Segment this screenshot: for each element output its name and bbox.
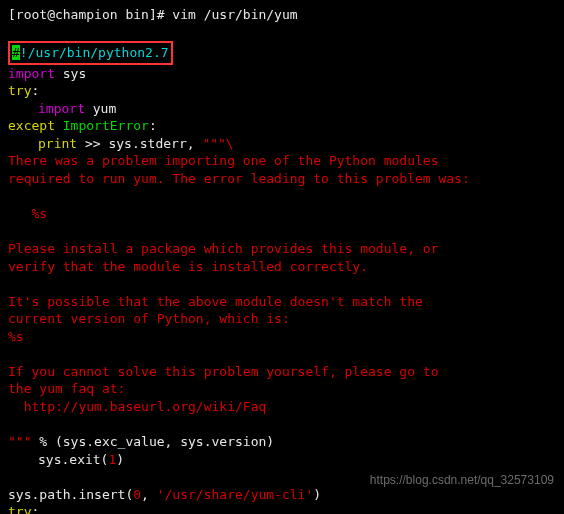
code-line: import yum [8,100,556,118]
code-line: sys.exit(1) [8,451,556,469]
cursor-char: # [12,45,20,60]
shell-prompt-line: [root@champion bin]# vim /usr/bin/yum [8,6,556,24]
error-text: the yum faq at: [8,380,556,398]
shebang-line: #!/usr/bin/python2.7 [8,41,556,65]
code-line: try: [8,82,556,100]
error-text: %s [8,205,556,223]
error-text: If you cannot solve this problem yoursel… [8,363,556,381]
error-text: %s [8,328,556,346]
code-line: except ImportError: [8,117,556,135]
error-text: required to run yum. The error leading t… [8,170,556,188]
error-text: Please install a package which provides … [8,240,556,258]
error-text: current version of Python, which is: [8,310,556,328]
error-text: There was a problem importing one of the… [8,152,556,170]
error-text: http://yum.baseurl.org/wiki/Faq [8,398,556,416]
error-text: verify that the module is installed corr… [8,258,556,276]
error-text: It's possible that the above module does… [8,293,556,311]
terminal-screen[interactable]: [root@champion bin]# vim /usr/bin/yum #!… [8,6,556,514]
code-line: """ % (sys.exc_value, sys.version) [8,433,556,451]
watermark-text: https://blog.csdn.net/qq_32573109 [370,472,554,488]
blank-line [8,275,556,293]
blank-line [8,24,556,42]
shell-prompt: [root@champion bin]# vim /usr/bin/yum [8,7,298,22]
blank-line [8,223,556,241]
code-line: print >> sys.stderr, """\ [8,135,556,153]
shebang-text: !/usr/bin/python2.7 [20,45,169,60]
blank-line [8,416,556,434]
blank-line [8,345,556,363]
code-line: sys.path.insert(0, '/usr/share/yum-cli') [8,486,556,504]
code-line: try: [8,503,556,514]
code-line: import sys [8,65,556,83]
blank-line [8,187,556,205]
shebang-highlight: #!/usr/bin/python2.7 [8,41,173,65]
